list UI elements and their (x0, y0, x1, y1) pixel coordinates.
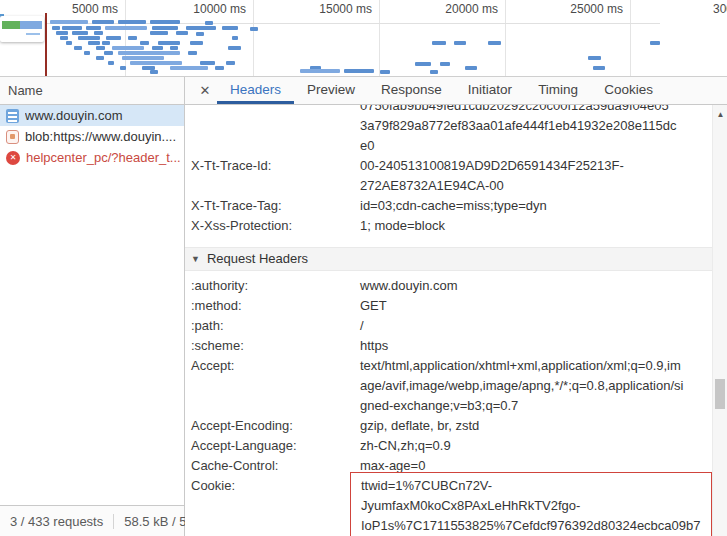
detail-tabs: HeadersPreviewResponseInitiatorTimingCoo… (217, 77, 666, 104)
waterfall-bar (122, 56, 164, 60)
document-icon (6, 109, 19, 123)
waterfall-bar (150, 31, 168, 35)
tab-preview[interactable]: Preview (294, 77, 368, 104)
header-value-line: 0750fab9bb49fed1cdb20292c20c00f12a59da9f… (360, 105, 712, 116)
waterfall-bar (415, 62, 431, 66)
header-row: X-Xss-Protection:1; mode=block (185, 216, 712, 236)
header-name: X-Tt-Trace-Tag: (185, 196, 360, 216)
waterfall-bar (222, 26, 238, 30)
waterfall-bar (158, 41, 180, 45)
request-row[interactable]: ✕helpcenter_pc/?header_t... (0, 147, 184, 168)
error-icon: ✕ (6, 151, 20, 165)
scrollbar-thumb[interactable] (715, 379, 725, 409)
waterfall-bar (102, 41, 110, 45)
waterfall-bar (120, 66, 126, 70)
waterfall-bar (215, 66, 224, 70)
request-row[interactable]: www.douyin.com (0, 105, 184, 126)
waterfall-bar (593, 66, 605, 70)
section-title: Request Headers (207, 249, 308, 269)
waterfall-bar (62, 26, 82, 30)
header-name: X-Tt-Trace-Id: (185, 156, 360, 196)
media-icon (6, 130, 19, 144)
name-column-header[interactable]: Name (0, 77, 184, 105)
header-value: zh-CN,zh;q=0.9 (360, 436, 712, 456)
header-name: Cookie: (185, 476, 360, 536)
network-overview[interactable]: 5000 ms10000 ms15000 ms20000 ms25000 ms … (0, 0, 727, 77)
waterfall-bar (186, 26, 216, 30)
header-row: X-Tt-Trace-Id:00-240513100819AD9D2D65914… (185, 156, 712, 196)
mini-green-bar (2, 21, 20, 29)
waterfall-bar (380, 70, 390, 74)
tab-initiator[interactable]: Initiator (455, 77, 525, 104)
waterfall-bar (588, 56, 601, 60)
header-row: Accept:text/html,application/xhtml+xml,a… (185, 356, 712, 416)
header-value-line: JyumfaxM0koCx8PAxLeHhRkTV2fgo- (361, 496, 707, 516)
request-row[interactable]: blob:https://www.douyin.... (0, 126, 184, 147)
headers-content: 0750fab9bb49fed1cdb20292c20c00f12a59da9f… (185, 105, 712, 536)
header-value-line: age/avif,image/webp,image/apng,*/*;q=0.8… (360, 376, 712, 396)
header-value: GET (360, 296, 712, 316)
header-name (185, 105, 360, 156)
waterfall-bar (52, 26, 60, 30)
timeline-gridline (253, 0, 254, 76)
header-value-line: e0 (360, 136, 712, 156)
header-value: www.douyin.com (360, 276, 712, 296)
header-value: 00-240513100819AD9D2D6591434F25213F-272A… (360, 156, 712, 196)
header-name: Accept-Language: (185, 436, 360, 456)
waterfall-bar (300, 69, 340, 73)
header-name: :scheme: (185, 336, 360, 356)
waterfall-bar (250, 27, 258, 31)
header-value: https (360, 336, 712, 356)
request-headers-group: :authority:www.douyin.com:method:GET:pat… (185, 276, 712, 536)
timeline-tick-label: 30000 ms (713, 2, 727, 17)
waterfall-bar (104, 51, 113, 55)
tab-response[interactable]: Response (368, 77, 455, 104)
waterfall-bar (88, 41, 100, 45)
response-headers-group: 0750fab9bb49fed1cdb20292c20c00f12a59da9f… (185, 105, 712, 236)
waterfall-bar (130, 61, 182, 65)
waterfall-bar (440, 62, 450, 66)
mini-blue-bar (20, 21, 42, 29)
request-headers-section-header[interactable]: ▼ Request Headers (185, 247, 712, 271)
header-value-line: IoP1s%7C1711553825%7Cefdcf976392d80324ec… (361, 516, 707, 536)
header-row: Accept-Language:zh-CN,zh;q=0.9 (185, 436, 712, 456)
header-value-line: 272AE8732A1E94CA-00 (360, 176, 712, 196)
waterfall-bar (56, 31, 68, 35)
waterfall-bar (176, 31, 188, 35)
header-name: Accept-Encoding: (185, 416, 360, 436)
waterfall-bar (140, 41, 149, 45)
header-value-line: ttwid=1%7CUBCn72V- (361, 476, 707, 496)
tab-cookies[interactable]: Cookies (591, 77, 666, 104)
vertical-scrollbar[interactable]: ▲ ▼ (712, 105, 727, 536)
waterfall-bar (118, 20, 146, 24)
header-value-line: id=03;cdn-cache=miss;type=dyn (360, 196, 712, 216)
header-value: / (360, 316, 712, 336)
header-row: :scheme:https (185, 336, 712, 356)
waterfall-bar (94, 31, 103, 35)
waterfall-bar (72, 31, 88, 35)
header-row: :path:/ (185, 316, 712, 336)
scroll-up-icon[interactable]: ▲ (713, 107, 727, 123)
header-name: X-Xss-Protection: (185, 216, 360, 236)
header-value-line: https (360, 336, 712, 356)
waterfall-bar (74, 46, 82, 50)
waterfall-bar (650, 41, 660, 45)
header-value: 0750fab9bb49fed1cdb20292c20c00f12a59da9f… (360, 105, 712, 156)
tab-timing[interactable]: Timing (525, 77, 591, 104)
header-value: 1; mode=block (360, 216, 712, 236)
header-row: Accept-Encoding:gzip, deflate, br, zstd (185, 416, 712, 436)
waterfall-bar (196, 32, 204, 36)
waterfall-bar (112, 46, 144, 50)
tab-headers[interactable]: Headers (217, 77, 294, 104)
timeline-tick-label: 5000 ms (72, 2, 125, 17)
waterfall-bar (106, 36, 121, 40)
header-name: Cache-Control: (185, 456, 360, 476)
overview-selection-card (0, 16, 44, 42)
waterfall-bar (92, 20, 114, 24)
close-icon[interactable]: ✕ (193, 77, 217, 104)
header-value-line: gned-exchange;v=b3;q=0.7 (360, 396, 712, 416)
network-main: Name www.douyin.comblob:https://www.douy… (0, 77, 727, 536)
collapse-arrow-icon: ▼ (191, 249, 200, 269)
request-name: blob:https://www.douyin.... (25, 129, 176, 144)
header-name: :authority: (185, 276, 360, 296)
